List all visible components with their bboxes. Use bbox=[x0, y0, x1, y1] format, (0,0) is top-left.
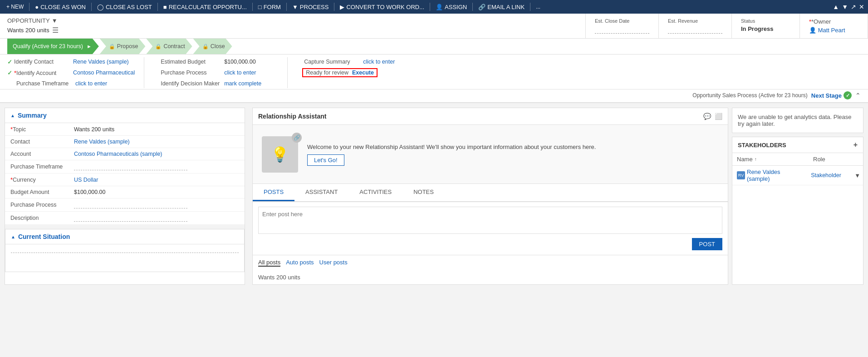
down-button[interactable]: ▼ bbox=[842, 3, 848, 10]
stage-propose-lock-icon: 🔒 bbox=[109, 44, 115, 50]
stage-col-2: Estimated Budget $100,000.00 Purchase Pr… bbox=[152, 57, 288, 88]
close-lost-button[interactable]: ◯ CLOSE AS LOST bbox=[94, 0, 155, 14]
role-column-header[interactable]: Role bbox=[809, 153, 854, 165]
account-value[interactable]: Contoso Pharmaceuticals (sample) bbox=[74, 151, 162, 157]
process-button[interactable]: ▼ PROCESS bbox=[289, 0, 331, 14]
email-link-button[interactable]: 🔗 EMAIL A LINK bbox=[476, 0, 527, 14]
left-panel: ▲ Summary *Topic Wants 200 units Contact… bbox=[5, 108, 245, 285]
collapse-stage-button[interactable]: ⌃ bbox=[855, 92, 861, 99]
capture-summary-value[interactable]: click to enter bbox=[363, 59, 395, 65]
form-icon: □ bbox=[258, 4, 262, 10]
process-icon: ▼ bbox=[292, 4, 298, 10]
ra-expand-icon-button[interactable]: ⬜ bbox=[715, 113, 722, 120]
budget-value: $100,000.00 bbox=[74, 189, 106, 195]
form-row-budget: Budget Amount $100,000.00 bbox=[5, 186, 245, 198]
ready-for-review-highlight-box: Ready for review Execute bbox=[302, 68, 378, 77]
stage-details-wrapper: Qualify (Active for 23 hours) ► 🔒 Propos… bbox=[0, 39, 868, 103]
purchase-timeframe-label: Purchase Timeframe bbox=[16, 80, 75, 87]
ra-chat-icon-button[interactable]: 💬 bbox=[703, 113, 711, 120]
purchase-timeframe-value[interactable]: click to enter bbox=[75, 80, 107, 87]
stage-close[interactable]: 🔒 Close bbox=[193, 39, 232, 54]
tab-posts[interactable]: POSTS bbox=[253, 184, 294, 201]
stage-propose[interactable]: 🔒 Propose bbox=[100, 39, 146, 54]
form-row-contact: Contact Rene Valdes (sample) bbox=[5, 136, 245, 148]
topic-value[interactable]: Wants 200 units bbox=[74, 126, 114, 133]
filter-all-posts[interactable]: All posts bbox=[258, 259, 280, 267]
assign-button[interactable]: 👤 ASSIGN bbox=[433, 0, 470, 14]
close-won-icon: ● bbox=[35, 4, 39, 10]
post-content-area: Wants 200 units bbox=[253, 270, 728, 284]
more-button[interactable]: ... bbox=[533, 0, 543, 14]
lets-go-button[interactable]: Let's Go! bbox=[307, 154, 344, 166]
stakeholders-title: STAKEHOLDERS bbox=[738, 142, 786, 149]
current-situation-header: ▲ Current Situation bbox=[5, 229, 244, 244]
name-column-header[interactable]: Name ↑ bbox=[732, 153, 809, 165]
currency-value[interactable]: US Dollar bbox=[74, 177, 98, 183]
purchase-process-value[interactable]: click to enter bbox=[224, 69, 256, 76]
assign-icon: 👤 bbox=[436, 4, 443, 10]
up-button[interactable]: ▲ bbox=[833, 3, 839, 10]
contact-value[interactable]: Rene Valdes (sample) bbox=[74, 139, 130, 145]
summary-form: *Topic Wants 200 units Contact Rene Vald… bbox=[5, 123, 245, 224]
stage-item-identify-contact: ✓ Identify Contact Rene Valdes (sample) bbox=[7, 57, 135, 66]
purchase-process-label: Purchase Process bbox=[161, 69, 224, 76]
stage-qualify[interactable]: Qualify (Active for 23 hours) ► bbox=[7, 39, 99, 54]
identify-contact-value[interactable]: Rene Valdes (sample) bbox=[73, 59, 129, 65]
stage-bar: Qualify (Active for 23 hours) ► 🔒 Propos… bbox=[7, 39, 861, 54]
current-situation-section: ▲ Current Situation bbox=[5, 229, 245, 272]
account-label: Account bbox=[10, 151, 74, 157]
close-button[interactable]: ✕ bbox=[859, 3, 864, 10]
page-title-menu-icon[interactable]: ☰ bbox=[52, 26, 59, 35]
form-row-description: Description bbox=[5, 212, 245, 224]
toolbar: + NEW ● CLOSE AS WON ◯ CLOSE AS LOST ■ R… bbox=[0, 0, 868, 14]
next-stage-button[interactable]: Next Stage ✓ bbox=[811, 91, 852, 99]
breadcrumb-chevron-icon: ▼ bbox=[52, 17, 58, 24]
contact-label: Contact bbox=[10, 139, 74, 145]
filter-user-posts[interactable]: User posts bbox=[319, 259, 348, 267]
recalculate-button[interactable]: ■ RECALCULATE OPPORTU... bbox=[161, 0, 250, 14]
header-fields: Est. Close Date Est. Revenue Status In P… bbox=[585, 14, 868, 38]
est-revenue-value[interactable] bbox=[668, 25, 722, 34]
toolbar-separator-1 bbox=[29, 3, 29, 11]
tab-notes[interactable]: NOTES bbox=[402, 184, 445, 201]
summary-triangle-icon: ▲ bbox=[10, 113, 15, 118]
ra-bulb-icon: 💡 bbox=[271, 146, 289, 163]
filter-auto-posts[interactable]: Auto posts bbox=[286, 259, 314, 267]
expand-button[interactable]: ↗ bbox=[851, 3, 856, 10]
form-button[interactable]: □ FORM bbox=[255, 0, 284, 14]
header-area: OPPORTUNITY ▼ Wants 200 units ☰ Est. Clo… bbox=[0, 14, 868, 39]
convert-button[interactable]: ▶ CONVERT TO WORK ORD... bbox=[337, 0, 427, 14]
analytics-box: We are unable to get analytics data. Ple… bbox=[732, 108, 863, 133]
owner-value[interactable]: 👤 Matt Peart bbox=[809, 27, 858, 34]
toolbar-separator-8 bbox=[472, 3, 473, 11]
add-stakeholder-icon[interactable]: + bbox=[853, 141, 858, 149]
tab-activities[interactable]: ACTIVITIES bbox=[348, 184, 402, 201]
new-button[interactable]: + NEW bbox=[4, 0, 26, 14]
page-title: Wants 200 units ☰ bbox=[7, 26, 578, 35]
stakeholder-name-0[interactable]: RV Rene Valdes (sample) bbox=[732, 166, 806, 185]
post-button[interactable]: POST bbox=[692, 238, 722, 250]
description-value[interactable] bbox=[74, 214, 187, 222]
identify-decision-maker-label: Identify Decision Maker bbox=[161, 80, 224, 87]
stage-item-estimated-budget: Estimated Budget $100,000.00 bbox=[152, 57, 278, 66]
ra-icons: 💬 ⬜ bbox=[703, 113, 722, 120]
identify-decision-maker-value[interactable]: mark complete bbox=[224, 80, 261, 87]
identify-account-value[interactable]: Contoso Pharmaceutical bbox=[73, 69, 135, 76]
est-close-date-value[interactable] bbox=[595, 25, 649, 34]
purchase-timeframe-form-value[interactable] bbox=[74, 163, 187, 170]
post-input[interactable] bbox=[258, 207, 722, 234]
execute-value[interactable]: Execute bbox=[352, 69, 374, 76]
stage-propose-label: Propose bbox=[117, 43, 138, 50]
capture-summary-label: Capture Summary bbox=[304, 59, 363, 65]
stage-contract-label: Contract bbox=[163, 43, 185, 50]
stakeholder-role-0[interactable]: Stakeholder bbox=[806, 169, 852, 181]
tab-assistant[interactable]: ASSISTANT bbox=[294, 184, 348, 201]
stakeholder-dropdown-0[interactable]: ▼ bbox=[852, 172, 863, 179]
purchase-process-form-label: Purchase Process bbox=[10, 202, 74, 208]
close-won-button[interactable]: ● CLOSE AS WON bbox=[32, 0, 88, 14]
stage-qualify-label: Qualify (Active for 23 hours) bbox=[13, 43, 83, 50]
stakeholders-box: STAKEHOLDERS + Name ↑ Role RV bbox=[732, 137, 863, 285]
purchase-process-form-value[interactable] bbox=[74, 201, 187, 208]
stage-contract[interactable]: 🔒 Contract bbox=[146, 39, 192, 54]
close-lost-icon: ◯ bbox=[97, 4, 104, 10]
